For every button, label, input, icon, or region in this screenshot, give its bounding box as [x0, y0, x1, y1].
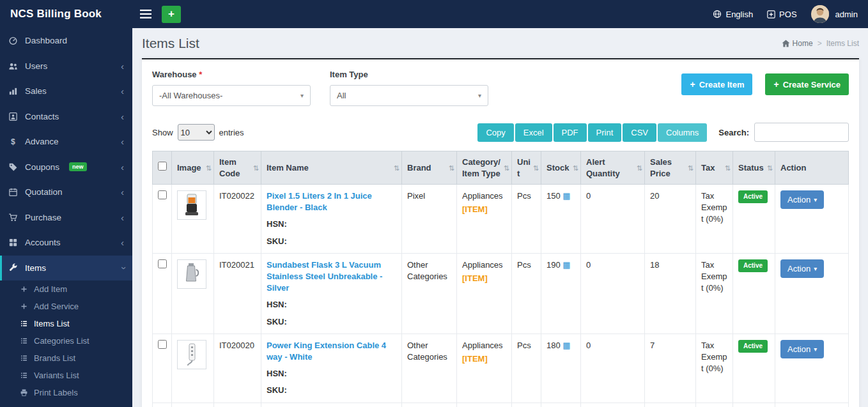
col-sales-price[interactable]: Sales Price⇅	[645, 151, 696, 185]
col-item-name[interactable]: Item Name⇅	[261, 151, 402, 185]
sidebar-item-dashboard[interactable]: Dashboard	[0, 28, 132, 54]
submenu-items-list[interactable]: Items List	[0, 315, 132, 332]
copy-button[interactable]: Copy	[477, 123, 513, 142]
print-button[interactable]: Print	[588, 123, 622, 142]
select-all-checkbox[interactable]	[158, 162, 167, 171]
stock-detail-icon[interactable]: ▦	[562, 341, 570, 350]
submenu-item-label: Add Service	[34, 302, 79, 311]
unit: Pcs	[512, 185, 541, 254]
col-unit[interactable]: Unit⇅	[512, 151, 541, 185]
col-category[interactable]: Category/Item Type⇅	[457, 151, 512, 185]
app-brand: NCS Billing Book	[0, 8, 132, 20]
item-name-link[interactable]: Power King Extension Cable 4 way - White	[267, 340, 396, 363]
submenu-item-label: Brands List	[34, 353, 75, 363]
sidebar-item-accounts[interactable]: Accounts ‹	[0, 230, 132, 256]
caret-down-icon: ▾	[478, 92, 481, 99]
create-service-button[interactable]: + Create Service	[765, 73, 849, 95]
create-item-button[interactable]: + Create Item	[681, 73, 752, 95]
stock-cell: 180 ▦	[541, 334, 581, 403]
svg-text:$: $	[11, 137, 15, 146]
item-name-link[interactable]: Pixel 1.5 Liters 2 In 1 Juice Blender - …	[267, 190, 396, 213]
category-cell: Appliances [ITEM]	[457, 253, 512, 334]
user-avatar[interactable]	[811, 5, 829, 23]
sort-icon[interactable]: ⇅	[253, 163, 259, 173]
sort-icon[interactable]: ⇅	[767, 163, 773, 173]
col-status[interactable]: Status⇅	[733, 151, 775, 185]
sidebar-item-coupons[interactable]: Coupons new ‹	[0, 155, 132, 180]
sidebar-item-quotation[interactable]: Quotation ‹	[0, 180, 132, 205]
sidebar-item-advance[interactable]: $ Advance ‹	[0, 129, 132, 155]
item-type-select[interactable]: All ▾	[330, 85, 488, 106]
sidebar-item-items[interactable]: Items ‹	[0, 256, 132, 281]
sidebar-item-purchase[interactable]: Purchase ‹	[0, 205, 132, 231]
pos-button[interactable]: POS	[767, 10, 796, 19]
sales-price: 7	[645, 334, 696, 403]
breadcrumb-home-link[interactable]: Home	[782, 39, 813, 48]
brand: Other Categories	[402, 334, 457, 403]
row-checkbox[interactable]	[158, 190, 167, 199]
sidebar-item-label: Accounts	[25, 238, 61, 247]
search-input[interactable]	[754, 123, 849, 142]
excel-button[interactable]: Excel	[515, 123, 552, 142]
sidebar-item-users[interactable]: Users ‹	[0, 54, 132, 79]
warehouse-select[interactable]: -All Warehouses- ▾	[152, 85, 311, 106]
sort-icon[interactable]: ⇅	[504, 163, 509, 173]
sku-label: SKU:	[267, 385, 396, 396]
topbar-right: English POS admin	[713, 5, 868, 23]
action-button[interactable]: Action▾	[780, 340, 824, 358]
stock-detail-icon[interactable]: ▦	[562, 191, 570, 201]
col-tax[interactable]: Tax⇅	[696, 151, 733, 185]
checkbox-cell	[153, 185, 172, 254]
submenu-categories-list[interactable]: Categories List	[0, 332, 132, 349]
sort-icon[interactable]: ⇅	[573, 163, 578, 173]
pdf-button[interactable]: PDF	[554, 123, 587, 142]
language-selector[interactable]: English	[713, 10, 753, 19]
sort-icon[interactable]: ⇅	[206, 163, 212, 173]
col-image[interactable]: Image⇅	[172, 151, 214, 185]
sidebar-item-contacts[interactable]: Contacts ‹	[0, 104, 132, 130]
action-button[interactable]: Action▾	[780, 259, 824, 278]
hsn-label: HSN:	[267, 368, 396, 380]
sort-icon[interactable]: ⇅	[688, 163, 694, 173]
stock-detail-icon[interactable]: ▦	[562, 260, 570, 270]
submenu-add-item[interactable]: Add Item	[0, 280, 132, 298]
col-alert-quantity[interactable]: Alert Quantity⇅	[581, 151, 645, 185]
row-checkbox[interactable]	[158, 340, 167, 349]
quick-add-button[interactable]: +	[162, 6, 181, 23]
csv-button[interactable]: CSV	[623, 123, 656, 142]
submenu-brands-list[interactable]: Brands List	[0, 349, 132, 367]
sort-icon[interactable]: ⇅	[449, 163, 454, 173]
chevron-left-icon: ‹	[121, 213, 124, 222]
sales-price: 20	[645, 185, 696, 254]
status-badge: Active	[738, 190, 768, 203]
sidebar-item-sales[interactable]: Sales ‹	[0, 79, 132, 104]
submenu-variants-list[interactable]: Variants List	[0, 367, 132, 384]
image-cell	[172, 253, 214, 334]
item-name-link[interactable]: Sundabest Flask 3 L Vacuum Stainless Ste…	[267, 259, 396, 295]
sort-icon[interactable]: ⇅	[394, 163, 399, 173]
username-menu[interactable]: admin	[835, 10, 858, 19]
sort-icon[interactable]: ⇅	[533, 163, 539, 173]
entries-label: entries	[219, 128, 244, 137]
columns-button[interactable]: Columns	[658, 123, 707, 142]
sort-icon[interactable]: ⇅	[637, 163, 642, 173]
cart-icon	[8, 213, 18, 222]
action-cell: Action▾	[775, 253, 849, 334]
warehouse-label: Warehouse *	[152, 70, 311, 79]
submenu-add-service[interactable]: Add Service	[0, 298, 132, 315]
item-name-cell: Sundabest Flask 3 L Vacuum Stainless Ste…	[261, 253, 402, 334]
grid-icon	[8, 238, 18, 247]
menu-toggle-button[interactable]	[140, 10, 151, 19]
col-brand[interactable]: Brand⇅	[402, 151, 457, 185]
action-button[interactable]: Action▾	[780, 190, 824, 209]
warehouse-filter: Warehouse * -All Warehouses- ▾	[152, 70, 311, 106]
unit	[512, 403, 541, 407]
page-size-select[interactable]: 10	[178, 124, 215, 141]
row-checkbox[interactable]	[158, 259, 167, 268]
col-item-code[interactable]: Item Code⇅	[214, 151, 261, 185]
filters-row: Warehouse * -All Warehouses- ▾ Item Type…	[152, 70, 849, 106]
sidebar-item-label: Items	[25, 263, 46, 273]
col-stock[interactable]: Stock⇅	[541, 151, 581, 185]
submenu-print-labels[interactable]: Print Labels	[0, 384, 132, 401]
sort-icon[interactable]: ⇅	[725, 163, 731, 173]
